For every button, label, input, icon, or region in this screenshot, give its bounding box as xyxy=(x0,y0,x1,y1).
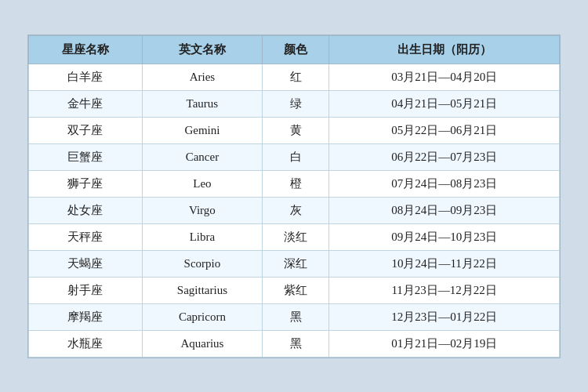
cell-chinese-name: 天蝎座 xyxy=(29,250,143,277)
cell-dates: 01月21日—02月19日 xyxy=(329,330,560,357)
cell-chinese-name: 巨蟹座 xyxy=(29,143,143,170)
header-dates: 出生日期（阳历） xyxy=(329,35,560,64)
cell-english-name: Aquarius xyxy=(142,330,262,357)
cell-english-name: Libra xyxy=(142,223,262,250)
cell-chinese-name: 摩羯座 xyxy=(29,303,143,330)
cell-dates: 05月22日—06月21日 xyxy=(329,117,560,143)
zodiac-table: 星座名称 英文名称 颜色 出生日期（阳历） 白羊座Aries红03月21日—04… xyxy=(28,35,560,358)
table-row: 巨蟹座Cancer白06月22日—07月23日 xyxy=(29,143,560,170)
header-chinese-name: 星座名称 xyxy=(29,35,143,64)
cell-dates: 12月23日—01月22日 xyxy=(329,303,560,330)
cell-dates: 09月24日—10月23日 xyxy=(329,223,560,250)
cell-dates: 04月21日—05月21日 xyxy=(329,90,560,117)
cell-dates: 07月24日—08月23日 xyxy=(329,170,560,197)
table-row: 水瓶座Aquarius黑01月21日—02月19日 xyxy=(29,330,560,357)
cell-english-name: Capricorn xyxy=(142,303,262,330)
cell-english-name: Leo xyxy=(142,170,262,197)
cell-chinese-name: 双子座 xyxy=(29,117,143,143)
cell-color: 红 xyxy=(262,64,328,90)
table-row: 射手座Sagittarius紫红11月23日—12月22日 xyxy=(29,277,560,303)
cell-chinese-name: 射手座 xyxy=(29,277,143,303)
cell-english-name: Virgo xyxy=(142,197,262,223)
cell-english-name: Aries xyxy=(142,64,262,90)
table-row: 狮子座Leo橙07月24日—08月23日 xyxy=(29,170,560,197)
cell-color: 橙 xyxy=(262,170,328,197)
header-english-name: 英文名称 xyxy=(142,35,262,64)
table-row: 天秤座Libra淡红09月24日—10月23日 xyxy=(29,223,560,250)
table-row: 白羊座Aries红03月21日—04月20日 xyxy=(29,64,560,90)
cell-english-name: Scorpio xyxy=(142,250,262,277)
table-row: 摩羯座Capricorn黑12月23日—01月22日 xyxy=(29,303,560,330)
cell-dates: 06月22日—07月23日 xyxy=(329,143,560,170)
table-row: 处女座Virgo灰08月24日—09月23日 xyxy=(29,197,560,223)
cell-color: 黑 xyxy=(262,330,328,357)
cell-chinese-name: 狮子座 xyxy=(29,170,143,197)
cell-dates: 11月23日—12月22日 xyxy=(329,277,560,303)
table-body: 白羊座Aries红03月21日—04月20日金牛座Taurus绿04月21日—0… xyxy=(29,64,560,357)
table-header-row: 星座名称 英文名称 颜色 出生日期（阳历） xyxy=(29,35,560,64)
table-row: 双子座Gemini黄05月22日—06月21日 xyxy=(29,117,560,143)
table-row: 金牛座Taurus绿04月21日—05月21日 xyxy=(29,90,560,117)
cell-english-name: Sagittarius xyxy=(142,277,262,303)
cell-color: 灰 xyxy=(262,197,328,223)
zodiac-table-container: 星座名称 英文名称 颜色 出生日期（阳历） 白羊座Aries红03月21日—04… xyxy=(27,34,561,358)
cell-chinese-name: 水瓶座 xyxy=(29,330,143,357)
cell-color: 绿 xyxy=(262,90,328,117)
table-row: 天蝎座Scorpio深红10月24日—11月22日 xyxy=(29,250,560,277)
cell-dates: 08月24日—09月23日 xyxy=(329,197,560,223)
cell-color: 白 xyxy=(262,143,328,170)
header-color: 颜色 xyxy=(262,35,328,64)
cell-color: 淡红 xyxy=(262,223,328,250)
cell-color: 黄 xyxy=(262,117,328,143)
cell-english-name: Gemini xyxy=(142,117,262,143)
cell-chinese-name: 金牛座 xyxy=(29,90,143,117)
cell-english-name: Taurus xyxy=(142,90,262,117)
cell-color: 黑 xyxy=(262,303,328,330)
cell-chinese-name: 天秤座 xyxy=(29,223,143,250)
cell-color: 深红 xyxy=(262,250,328,277)
cell-chinese-name: 处女座 xyxy=(29,197,143,223)
cell-chinese-name: 白羊座 xyxy=(29,64,143,90)
cell-color: 紫红 xyxy=(262,277,328,303)
cell-dates: 10月24日—11月22日 xyxy=(329,250,560,277)
cell-dates: 03月21日—04月20日 xyxy=(329,64,560,90)
cell-english-name: Cancer xyxy=(142,143,262,170)
